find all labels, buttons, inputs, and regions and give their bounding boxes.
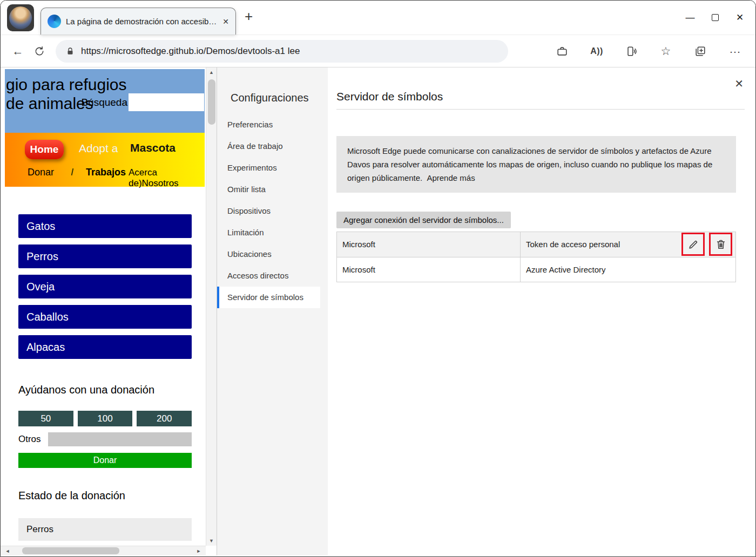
- donation-status-item: Perros: [18, 518, 192, 541]
- maximize-icon: [712, 14, 719, 21]
- nav-home-button[interactable]: Home: [25, 140, 64, 159]
- nav-separator-mark: [71, 168, 74, 175]
- avatar-image: [9, 6, 32, 29]
- nav-donar-link[interactable]: Donar: [28, 167, 54, 178]
- auth-cell: Token de acceso personal: [521, 232, 735, 257]
- provider-cell: Microsoft: [337, 257, 521, 282]
- read-aloud-icon: A)): [590, 46, 603, 56]
- nav-mascota-link[interactable]: Mascota: [130, 141, 176, 154]
- tab-title: La página de demostración con accesibili…: [66, 17, 218, 26]
- minimize-button[interactable]: —: [678, 1, 703, 35]
- close-window-button[interactable]: ✕: [727, 1, 752, 35]
- delete-connection-button[interactable]: [709, 233, 732, 256]
- donate-button[interactable]: Donar: [18, 453, 192, 468]
- demo-page-body: gio para refugios de animales Búsqueda H…: [5, 69, 205, 541]
- category-list: Gatos Perros Oveja Caballos Alpacas: [18, 214, 192, 359]
- browser-window: La página de demostración con accesibili…: [0, 0, 756, 557]
- symbol-server-table: Microsoft Token de acceso personal: [336, 232, 736, 282]
- window-controls: — ✕: [678, 1, 752, 35]
- device-audio-button[interactable]: [623, 43, 640, 60]
- tab-close-icon[interactable]: ✕: [222, 17, 229, 26]
- panel-divider: [336, 109, 745, 110]
- donation-amounts: 50 100 200: [18, 411, 192, 426]
- page-title-line1: gio para refugios: [6, 75, 126, 94]
- refresh-button[interactable]: [29, 40, 50, 62]
- scroll-down-arrow[interactable]: ▼: [206, 536, 217, 546]
- horizontal-scrollbar-thumb[interactable]: [22, 547, 119, 554]
- settings-more-button[interactable]: ···: [726, 43, 744, 60]
- amount-button-50[interactable]: 50: [18, 411, 73, 426]
- category-button-caballos[interactable]: Caballos: [18, 305, 192, 329]
- search-label: Búsqueda: [81, 97, 127, 108]
- category-button-gatos[interactable]: Gatos: [18, 214, 192, 238]
- provider-cell: Microsoft: [337, 232, 521, 257]
- search-row: Búsqueda: [81, 93, 204, 111]
- category-button-perros[interactable]: Perros: [18, 244, 192, 268]
- device-audio-icon: [625, 45, 637, 57]
- nav-acerca-link[interactable]: Acerca de)Nosotros: [129, 167, 205, 189]
- menu-item-servidor-de-simbolos[interactable]: Servidor de símbolos: [217, 287, 320, 308]
- amount-button-200[interactable]: 200: [137, 411, 192, 426]
- menu-item-limitacion[interactable]: Limitación: [217, 222, 320, 243]
- browser-navbar: ← https://microsoftedge.github.io/Demos/…: [1, 35, 755, 67]
- edge-logo-icon: [48, 15, 61, 28]
- menu-item-experimentos[interactable]: Experimentos: [217, 157, 320, 179]
- other-amount-row: Otros: [18, 432, 192, 446]
- learn-more-link[interactable]: Aprende más: [427, 173, 475, 182]
- donation-status-heading: Estado de la donación: [18, 490, 205, 502]
- scroll-left-arrow[interactable]: ◄: [1, 548, 15, 554]
- settings-menu-list: Preferencias Área de trabajo Experimento…: [217, 114, 328, 308]
- profile-avatar-button[interactable]: [7, 4, 34, 31]
- table-row: Microsoft Azure Active Directory: [337, 257, 735, 282]
- search-input[interactable]: [129, 93, 204, 111]
- donation-heading: Ayúdanos con una donación: [18, 384, 205, 396]
- trash-icon: [715, 239, 727, 250]
- symbol-server-panel: ✕ Servidor de símbolos Microsoft Edge pu…: [328, 67, 755, 555]
- vertical-scrollbar[interactable]: ▲ ▼: [206, 67, 217, 546]
- other-amount-input[interactable]: [48, 432, 192, 446]
- browser-tab[interactable]: La página de demostración con accesibili…: [40, 8, 236, 35]
- devtools-settings: Configuraciones Preferencias Área de tra…: [217, 67, 755, 555]
- work-profile-button[interactable]: [554, 43, 571, 60]
- vertical-scrollbar-thumb[interactable]: [208, 79, 215, 125]
- panel-title: Servidor de símbolos: [336, 67, 745, 103]
- collections-icon: [694, 45, 706, 57]
- toolbar-icons: A)) ☆ ···: [554, 43, 744, 60]
- menu-item-dispositivos[interactable]: Dispositivos: [217, 200, 320, 222]
- browser-titlebar: La página de demostración con accesibili…: [1, 1, 755, 35]
- amount-button-100[interactable]: 100: [78, 411, 133, 426]
- table-row: Microsoft Token de acceso personal: [337, 232, 735, 257]
- menu-item-omitir-lista[interactable]: Omitir lista: [217, 179, 320, 200]
- collections-button[interactable]: [692, 43, 709, 60]
- page-header: gio para refugios de animales Búsqueda: [5, 69, 205, 133]
- scroll-right-arrow[interactable]: ►: [192, 548, 206, 554]
- auth-cell: Azure Active Directory: [521, 257, 735, 282]
- maximize-button[interactable]: [703, 1, 727, 35]
- address-bar[interactable]: https://microsoftedge.github.io/Demos/de…: [56, 40, 508, 63]
- read-aloud-button[interactable]: A)): [588, 43, 605, 60]
- auth-text: Token de acceso personal: [526, 240, 620, 249]
- favorites-button[interactable]: ☆: [657, 43, 674, 60]
- briefcase-icon: [556, 45, 568, 57]
- settings-menu-title: Configuraciones: [231, 92, 328, 104]
- settings-close-icon[interactable]: ✕: [734, 77, 744, 90]
- description-text: Microsoft Edge puede comunicarse con can…: [347, 146, 712, 182]
- back-button[interactable]: ←: [7, 40, 29, 62]
- menu-item-area-de-trabajo[interactable]: Área de trabajo: [217, 135, 320, 157]
- scroll-up-arrow[interactable]: ▲: [206, 67, 217, 77]
- nav-trabajos-link[interactable]: Trabajos: [86, 167, 126, 178]
- url-text[interactable]: https://microsoftedge.github.io/Demos/de…: [81, 46, 300, 57]
- category-button-alpacas[interactable]: Alpacas: [18, 335, 192, 359]
- add-symbol-server-button[interactable]: Agregar conexión del servidor de símbolo…: [336, 212, 511, 228]
- menu-item-ubicaciones[interactable]: Ubicaciones: [217, 243, 320, 265]
- menu-item-accesos-directos[interactable]: Accesos directos: [217, 265, 320, 287]
- favorites-star-icon: ☆: [661, 45, 671, 58]
- horizontal-scrollbar[interactable]: ◄ ►: [1, 546, 206, 555]
- nav-adopt-link[interactable]: Adopt a: [79, 142, 118, 155]
- menu-item-preferencias[interactable]: Preferencias: [217, 114, 320, 135]
- category-button-oveja[interactable]: Oveja: [18, 275, 192, 298]
- edit-connection-button[interactable]: [681, 233, 705, 256]
- other-amount-label: Otros: [18, 434, 48, 445]
- new-tab-button[interactable]: +: [245, 8, 253, 25]
- auth-text: Azure Active Directory: [526, 265, 606, 274]
